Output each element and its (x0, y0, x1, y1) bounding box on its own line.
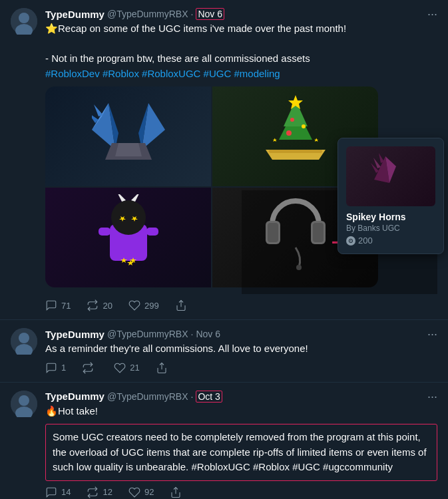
username-3: TypeDummy (45, 391, 105, 402)
avatar-3[interactable] (11, 391, 37, 417)
date-1: Nov 6 (196, 8, 224, 20)
share-icon-3 (170, 486, 182, 498)
tweet-1-text: ⭐Recap on some of the UGC items i've mad… (45, 21, 437, 81)
comment-btn-2[interactable]: 1 (45, 362, 66, 374)
robux-icon: ⊙ (346, 236, 355, 246)
retweet-btn-2[interactable] (82, 362, 98, 374)
tweet-2: TypeDummy @TypeDummyRBX · Nov 6 ··· As a… (0, 320, 448, 383)
username-2: TypeDummy (45, 329, 105, 340)
tweet-3-header: TypeDummy @TypeDummyRBX · Oct 3 ··· (45, 391, 437, 403)
more-btn-1[interactable]: ··· (427, 8, 437, 20)
like-btn-3[interactable]: 92 (128, 486, 154, 498)
svg-point-7 (290, 118, 294, 122)
more-btn-2[interactable]: ··· (427, 328, 437, 340)
svg-marker-9 (314, 138, 318, 142)
dot-2: · (191, 329, 194, 339)
tweet-1-actions: 71 20 299 (45, 299, 437, 311)
svg-point-5 (286, 130, 292, 136)
comment-btn-1[interactable]: 71 (45, 299, 71, 311)
share-btn-2[interactable] (156, 362, 168, 374)
more-btn-3[interactable]: ··· (427, 391, 437, 403)
like-icon-2 (114, 362, 126, 374)
dot-3: · (191, 391, 194, 402)
comment-count-2: 1 (61, 363, 66, 373)
ugc-popup-by: By Banks UGC (346, 224, 435, 233)
like-btn-1[interactable]: 299 (128, 299, 159, 311)
handle-1: @TypeDummyRBX (107, 9, 188, 19)
retweet-btn-1[interactable]: 20 (87, 299, 112, 311)
image-cell-purple-char (45, 188, 211, 287)
tweet-1-meta: TypeDummy @TypeDummyRBX · Nov 6 (45, 8, 224, 20)
like-icon-3 (128, 486, 140, 498)
comment-icon-1 (45, 299, 57, 311)
tweet-3-highlighted-block: Some UGC creators need to be completely … (45, 424, 437, 481)
tweet-1-body: TypeDummy @TypeDummyRBX · Nov 6 ··· ⭐Rec… (45, 8, 437, 311)
handle-3: @TypeDummyRBX (107, 391, 188, 402)
ugc-price-value: 200 (358, 236, 373, 246)
avatar-1[interactable] (11, 8, 37, 35)
ugc-popup-image (346, 146, 435, 206)
retweet-icon-1 (87, 299, 99, 311)
tweet-2-meta: TypeDummy @TypeDummyRBX · Nov 6 (45, 329, 220, 340)
like-count-2: 21 (130, 363, 139, 373)
tweet-1: TypeDummy @TypeDummyRBX · Nov 6 ··· ⭐Rec… (0, 0, 448, 320)
ugc-popup-name: Spikey Horns (346, 212, 435, 222)
svg-rect-15 (146, 228, 158, 236)
comment-count-3: 14 (61, 487, 71, 497)
tweet-1-header: TypeDummy @TypeDummyRBX · Nov 6 ··· (45, 8, 437, 20)
svg-point-31 (19, 395, 29, 406)
handle-2: @TypeDummyRBX (107, 329, 188, 339)
username-1: TypeDummy (45, 9, 105, 20)
comment-btn-3[interactable]: 14 (45, 486, 71, 498)
svg-rect-14 (99, 228, 111, 236)
share-btn-3[interactable] (170, 486, 182, 498)
svg-point-6 (302, 124, 306, 128)
retweet-icon-3 (87, 486, 99, 498)
image-cell-blue-horns (45, 86, 211, 186)
svg-point-1 (19, 13, 29, 23)
tweet-3-hashtags[interactable]: #RobloxUGC #Roblox #UGC #ugccommunity (191, 461, 393, 472)
retweet-btn-3[interactable]: 12 (87, 486, 112, 498)
tweet-1-text-star: ⭐Recap on some of the UGC items i've mad… (45, 23, 346, 34)
like-btn-2[interactable]: 21 (114, 362, 139, 374)
like-count-1: 299 (144, 301, 159, 311)
ugc-popup-price: ⊙ 200 (346, 236, 435, 246)
tweet-2-actions: 1 21 (45, 362, 437, 374)
date-3: Oct 3 (196, 391, 222, 403)
retweet-count-3: 12 (103, 487, 112, 497)
comment-icon-3 (45, 486, 57, 498)
tweet-2-text-content: As a reminder they're all commissions. A… (45, 343, 308, 354)
comment-icon-2 (45, 362, 57, 374)
dot-1: · (191, 9, 194, 19)
comment-count-1: 71 (61, 301, 71, 311)
tweet-2-header: TypeDummy @TypeDummyRBX · Nov 6 ··· (45, 328, 437, 340)
tweet-3-meta: TypeDummy @TypeDummyRBX · Oct 3 (45, 391, 222, 403)
ugc-popup: Spikey Horns By Banks UGC ⊙ 200 (337, 138, 444, 254)
tweet-2-body: TypeDummy @TypeDummyRBX · Nov 6 ··· As a… (45, 328, 437, 374)
like-count-3: 92 (144, 487, 154, 497)
share-icon-2 (156, 362, 168, 374)
svg-point-27 (19, 333, 29, 343)
tweet-3-body: TypeDummy @TypeDummyRBX · Oct 3 ··· 🔥Hot… (45, 391, 437, 498)
svg-point-11 (111, 200, 146, 235)
tweet-3-fire: 🔥Hot take! (45, 405, 98, 416)
svg-marker-8 (272, 138, 276, 142)
tweet-3-actions: 14 12 92 (45, 486, 437, 498)
date-2: Nov 6 (196, 329, 220, 339)
avatar-2[interactable] (11, 328, 37, 355)
svg-rect-3 (269, 150, 322, 153)
tweet-1-hashtags[interactable]: #RobloxDev #Roblox #RobloxUGC #UGC #mode… (45, 68, 280, 79)
tweet-3: TypeDummy @TypeDummyRBX · Oct 3 ··· 🔥Hot… (0, 383, 448, 500)
like-icon-1 (128, 299, 140, 311)
retweet-icon-2 (82, 362, 94, 374)
tweet-3-text: 🔥Hot take! (45, 404, 437, 419)
share-btn-1[interactable] (175, 299, 187, 311)
share-icon-1 (175, 299, 187, 311)
retweet-count-1: 20 (103, 301, 112, 311)
tweet-2-text: As a reminder they're all commissions. A… (45, 341, 437, 357)
tweet-1-text-note: - Not in the program btw, these are all … (45, 53, 310, 64)
